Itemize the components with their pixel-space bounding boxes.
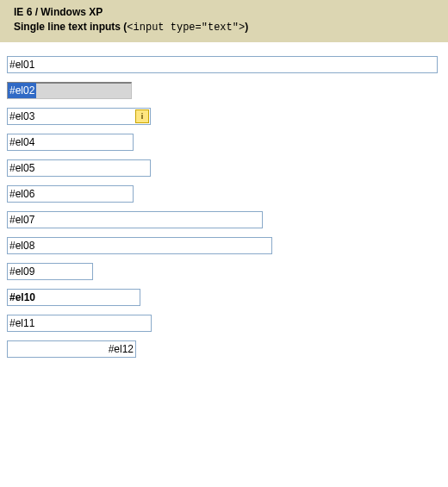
input-el02-wrap: #el02 [7,82,132,99]
input-el12[interactable] [7,340,136,358]
subtitle-suffix: ) [245,21,248,33]
row-el09 [7,263,441,280]
header-title: IE 6 / Windows XP [14,5,434,20]
content: #el02 i [0,42,448,365]
input-el08[interactable] [7,237,272,254]
row-el02: #el02 [7,82,441,99]
page: IE 6 / Windows XP Single line text input… [0,0,448,365]
subtitle-prefix: Single line text inputs ( [14,21,127,33]
input-el10[interactable] [7,289,140,306]
input-el04[interactable] [7,134,134,151]
header-subtitle: Single line text inputs (<input type="te… [14,20,434,35]
row-el11 [7,315,441,332]
row-el12 [7,340,441,358]
input-el09[interactable] [7,263,93,280]
input-el02[interactable] [7,82,132,99]
input-el11[interactable] [7,315,152,332]
row-el08 [7,237,441,254]
input-el01[interactable] [7,56,438,73]
input-el03[interactable] [7,108,151,125]
input-el05[interactable] [7,159,151,177]
row-el03: i [7,108,441,125]
input-el06[interactable] [7,185,134,203]
header: IE 6 / Windows XP Single line text input… [0,0,448,42]
row-el06 [7,185,441,203]
row-el07 [7,211,441,228]
row-el05 [7,159,441,177]
autocomplete-icon[interactable]: i [135,109,149,123]
row-el04 [7,134,441,151]
subtitle-code: <input type="text"> [127,22,245,34]
row-el10 [7,289,441,306]
input-el07[interactable] [7,211,263,228]
row-el01 [7,56,441,73]
input-el03-wrap: i [7,108,151,125]
